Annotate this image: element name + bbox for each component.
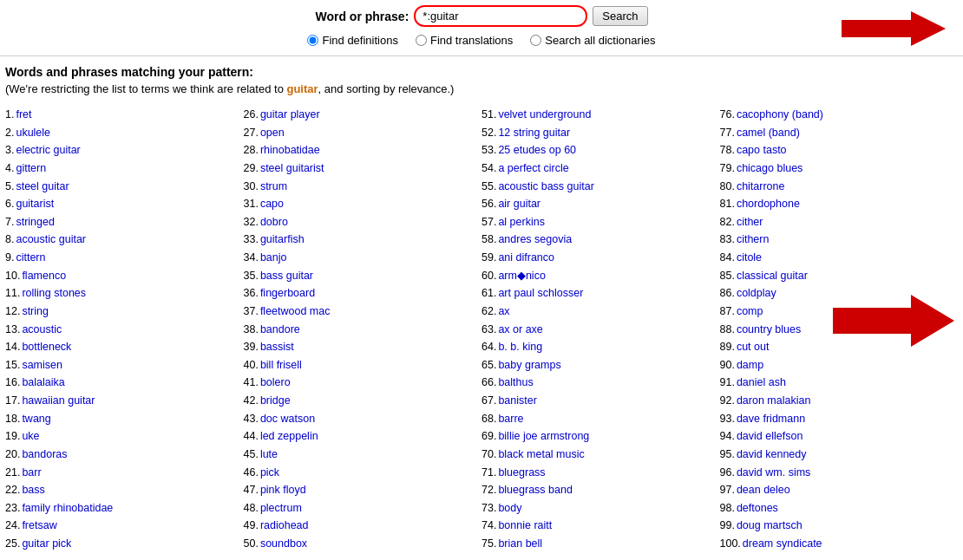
col-3: 51.velvet underground 52.12 string guita… xyxy=(482,106,720,553)
list-item: 42.bridge xyxy=(244,392,479,410)
radio-search-all-dicts[interactable]: Search all dictionaries xyxy=(530,34,655,47)
list-item: 16.balalaika xyxy=(5,374,240,392)
list-item: 12.string xyxy=(5,303,240,321)
list-item: 26.guitar player xyxy=(244,106,479,124)
list-item: 94.david ellefson xyxy=(720,427,955,446)
list-item: 85.classical guitar xyxy=(720,267,955,285)
list-item: 4.gittern xyxy=(5,160,240,178)
list-item: 37.fleetwood mac xyxy=(244,303,479,321)
list-item: 71.bluegrass xyxy=(482,464,717,482)
results-heading: Words and phrases matching your pattern: xyxy=(5,65,958,79)
list-item: 36.fingerboard xyxy=(244,284,479,303)
list-item: 22.bass xyxy=(5,481,240,499)
list-item: 34.banjo xyxy=(244,249,479,267)
svg-marker-0 xyxy=(842,11,946,46)
list-item: 47.pink floyd xyxy=(244,481,479,499)
list-item: 2.ukulele xyxy=(5,124,240,142)
list-col-3: 51.velvet underground 52.12 string guita… xyxy=(482,106,717,553)
mid-arrow xyxy=(824,286,954,358)
list-item: 3.electric guitar xyxy=(5,141,240,160)
word-phrase-label: Word or phrase: xyxy=(315,10,409,23)
list-item: 61.art paul schlosser xyxy=(482,284,717,303)
list-item: 23.family rhinobatidae xyxy=(5,499,240,518)
list-item: 24.fretsaw xyxy=(5,517,240,535)
list-item: 38.bandore xyxy=(244,321,479,339)
list-item: 79.chicago blues xyxy=(720,160,955,178)
list-item: 90.damp xyxy=(720,356,955,374)
list-item: 35.bass guitar xyxy=(244,267,479,285)
list-item: 64.b. b. king xyxy=(482,338,717,356)
list-item: 75.brian bell xyxy=(482,535,717,553)
list-item: 39.bassist xyxy=(244,338,479,356)
list-item: 93.dave fridmann xyxy=(720,410,955,428)
radio-find-definitions[interactable]: Find definitions xyxy=(307,34,397,47)
list-item: 44.led zeppelin xyxy=(244,427,479,446)
search-button[interactable]: Search xyxy=(593,6,647,26)
svg-marker-1 xyxy=(833,295,954,347)
results-subheading: (We're restricting the list to terms we … xyxy=(5,82,958,95)
list-item: 14.bottleneck xyxy=(5,338,240,356)
list-item: 58.andres segovia xyxy=(482,231,717,249)
list-item: 41.bolero xyxy=(244,374,479,392)
list-item: 28.rhinobatidae xyxy=(244,141,479,160)
list-item: 99.doug martsch xyxy=(720,517,955,535)
list-item: 65.baby gramps xyxy=(482,356,717,374)
top-arrow xyxy=(833,7,946,53)
list-item: 81.chordophone xyxy=(720,195,955,213)
col-2: 26.guitar player 27.open 28.rhinobatidae… xyxy=(244,106,482,553)
list-item: 92.daron malakian xyxy=(720,392,955,410)
search-input[interactable] xyxy=(414,5,587,27)
list-item: 29.steel guitarist xyxy=(244,160,479,178)
list-item: 69.billie joe armstrong xyxy=(482,427,717,446)
list-item: 13.acoustic xyxy=(5,321,240,339)
list-item: 97.dean deleo xyxy=(720,481,955,499)
list-item: 5.steel guitar xyxy=(5,178,240,196)
list-item: 17.hawaiian guitar xyxy=(5,392,240,410)
list-item: 6.guitarist xyxy=(5,195,240,213)
list-item: 84.citole xyxy=(720,249,955,267)
list-item: 8.acoustic guitar xyxy=(5,231,240,249)
list-item: 11.rolling stones xyxy=(5,284,240,303)
list-item: 51.velvet underground xyxy=(482,106,717,124)
radio-find-translations[interactable]: Find translations xyxy=(416,34,513,47)
list-item: 43.doc watson xyxy=(244,410,479,428)
list-item: 70.black metal music xyxy=(482,446,717,464)
list-item: 25.guitar pick xyxy=(5,535,240,553)
list-item: 83.cithern xyxy=(720,231,955,249)
list-item: 20.bandoras xyxy=(5,446,240,464)
list-item: 98.deftones xyxy=(720,499,955,518)
list-item: 30.strum xyxy=(244,178,479,196)
list-item: 1.fret xyxy=(5,106,240,124)
list-item: 18.twang xyxy=(5,410,240,428)
list-item: 72.bluegrass band xyxy=(482,481,717,499)
list-item: 50.soundbox xyxy=(244,535,479,553)
list-item: 33.guitarfish xyxy=(244,231,479,249)
list-col-2: 26.guitar player 27.open 28.rhinobatidae… xyxy=(244,106,479,553)
list-item: 48.plectrum xyxy=(244,499,479,518)
list-item: 66.balthus xyxy=(482,374,717,392)
list-item: 77.camel (band) xyxy=(720,124,955,142)
list-item: 45.lute xyxy=(244,446,479,464)
list-item: 46.pick xyxy=(244,464,479,482)
list-item: 32.dobro xyxy=(244,213,479,231)
list-item: 7.stringed xyxy=(5,213,240,231)
list-item: 49.radiohead xyxy=(244,517,479,535)
list-item: 91.daniel ash xyxy=(720,374,955,392)
col-1: 1.fret 2.ukulele 3.electric guitar 4.git… xyxy=(5,106,244,553)
list-item: 57.al perkins xyxy=(482,213,717,231)
list-item: 73.body xyxy=(482,499,717,518)
list-item: 15.samisen xyxy=(5,356,240,374)
list-item: 82.cither xyxy=(720,213,955,231)
list-item: 27.open xyxy=(244,124,479,142)
list-item: 100.dream syndicate xyxy=(720,535,955,553)
list-item: 55.acoustic bass guitar xyxy=(482,178,717,196)
list-item: 96.david wm. sims xyxy=(720,464,955,482)
list-item: 9.cittern xyxy=(5,249,240,267)
results-columns: 1.fret 2.ukulele 3.electric guitar 4.git… xyxy=(5,106,958,553)
list-item: 78.capo tasto xyxy=(720,141,955,160)
list-item: 74.bonnie raitt xyxy=(482,517,717,535)
list-item: 19.uke xyxy=(5,427,240,446)
list-item: 53.25 etudes op 60 xyxy=(482,141,717,160)
list-item: 95.david kennedy xyxy=(720,446,955,464)
list-item: 80.chitarrone xyxy=(720,178,955,196)
